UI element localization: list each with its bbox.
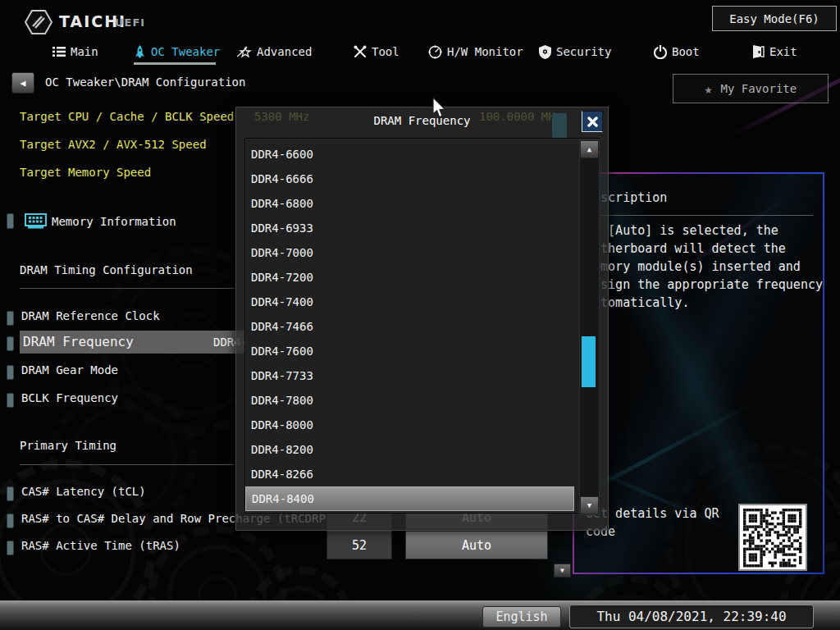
row-marker (7, 213, 14, 229)
target-cpu-speed-label: Target CPU / Cache / BCLK Speed (20, 110, 234, 123)
star-icon: ★ (705, 81, 713, 97)
option-ddr4-8200[interactable]: DDR4-8200 (245, 437, 574, 462)
list-icon (52, 46, 66, 57)
row-marker (7, 311, 14, 326)
row-marker (7, 514, 14, 528)
easy-mode-button[interactable]: Easy Mode(F6) (712, 6, 837, 31)
gauge-icon (428, 45, 442, 59)
breadcrumb: OC Tweaker\DRAM Configuration (45, 75, 245, 89)
close-button[interactable] (582, 111, 603, 132)
tab-hw-monitor[interactable]: H/W Monitor (428, 43, 523, 61)
scroll-down-icon: ▼ (587, 501, 591, 509)
option-ddr4-7200[interactable]: DDR4-7200 (245, 265, 574, 290)
menu-item-dram-gear-mode[interactable]: DRAM Gear Mode (21, 363, 118, 377)
tab-label: OC Tweaker (151, 45, 220, 58)
modal-scrollbar[interactable]: ▲ ▼ (579, 139, 600, 515)
tab-main[interactable]: Main (52, 43, 98, 61)
tab-tool[interactable]: Tool (354, 43, 399, 61)
qr-code (738, 504, 807, 571)
shield-icon (539, 45, 551, 59)
row-marker (7, 393, 14, 408)
dram-frequency-label: DRAM Frequency (23, 331, 134, 354)
taichi-logo-icon (25, 9, 52, 35)
menu-item-bclk-frequency[interactable]: BCLK Frequency (21, 391, 118, 404)
datetime-display: Thu 04/08/2021, 22:39:40 (569, 605, 814, 628)
dram-frequency-dialog: DRAM Frequency DDR4-6600 DDR4-6666 DDR4-… (235, 107, 609, 531)
tab-security[interactable]: Security (539, 43, 611, 61)
active-tab-underline (134, 62, 216, 65)
back-button[interactable]: ◀ (11, 72, 34, 94)
option-ddr4-7733[interactable]: DDR4-7733 (245, 363, 574, 388)
row-marker (7, 365, 14, 380)
tab-exit[interactable]: Exit (752, 43, 797, 61)
tab-label: H/W Monitor (447, 45, 523, 58)
section-primary-timing: Primary Timing (20, 439, 116, 452)
tab-boot[interactable]: Boot (654, 43, 700, 61)
page-scroll-down-button[interactable]: ▼ (554, 564, 571, 578)
tab-oc-tweaker[interactable]: OC Tweaker (134, 43, 220, 61)
option-ddr4-8266[interactable]: DDR4-8266 (245, 462, 574, 486)
target-memory-speed-label: Target Memory Speed (20, 166, 151, 179)
star-plane-icon (237, 46, 252, 58)
tab-label: Boot (672, 45, 700, 58)
option-ddr4-6600[interactable]: DDR4-6600 (245, 142, 574, 167)
scrollbar-down-button[interactable]: ▼ (580, 496, 599, 514)
option-ddr4-6800[interactable]: DDR4-6800 (245, 191, 574, 216)
row-marker (7, 541, 14, 555)
tab-label: Advanced (257, 45, 312, 58)
option-ddr4-6933[interactable]: DDR4-6933 (245, 216, 574, 240)
dialog-title: DRAM Frequency (236, 114, 608, 127)
my-favorite-button[interactable]: ★ My Favorite (673, 74, 829, 103)
option-ddr4-7000[interactable]: DDR4-7000 (245, 240, 574, 265)
section-dram-timing-configuration: DRAM Timing Configuration (20, 263, 193, 276)
frequency-option-list: DDR4-6600 DDR4-6666 DDR4-6800 DDR4-6933 … (244, 138, 600, 514)
scrollbar-up-button[interactable]: ▲ (580, 140, 599, 158)
option-ddr4-7600[interactable]: DDR4-7600 (245, 339, 574, 363)
exit-door-icon (752, 45, 765, 58)
menu-item-ras-active-time[interactable]: RAS# Active Time (tRAS) (21, 539, 180, 552)
tras-value-field[interactable]: 52 (326, 531, 392, 559)
language-button[interactable]: English (482, 606, 561, 628)
row-marker (7, 336, 14, 351)
description-body: If [Auto] is selected, the motherboard w… (586, 221, 825, 312)
tab-label: Exit (769, 45, 797, 58)
brand-subtitle: UEFI (115, 16, 145, 29)
my-favorite-label: My Favorite (720, 82, 797, 95)
option-ddr4-7800[interactable]: DDR4-7800 (245, 388, 574, 413)
option-ddr4-8400-selected[interactable]: DDR4-8400 (245, 486, 574, 511)
tras-mode-field[interactable]: Auto (405, 531, 548, 559)
rocket-icon (134, 45, 146, 59)
menu-item-memory-information[interactable]: Memory Information (52, 215, 176, 228)
tab-label: Security (556, 45, 611, 58)
scroll-down-icon: ▼ (560, 567, 564, 574)
option-ddr4-7466[interactable]: DDR4-7466 (245, 314, 574, 339)
tab-advanced[interactable]: Advanced (237, 43, 312, 61)
gear-decor (49, 386, 197, 533)
wrench-icon (354, 45, 367, 58)
back-arrow-icon: ◀ (21, 78, 26, 89)
divider (586, 215, 813, 216)
scrollbar-thumb[interactable] (582, 336, 596, 387)
description-panel: Description If [Auto] is selected, the m… (573, 172, 824, 574)
menu-item-cas-latency[interactable]: CAS# Latency (tCL) (21, 485, 146, 498)
power-icon (654, 45, 667, 59)
row-marker (7, 486, 14, 501)
scroll-up-icon: ▲ (587, 145, 591, 153)
tab-label: Main (71, 45, 98, 58)
option-ddr4-6666[interactable]: DDR4-6666 (245, 167, 574, 191)
tab-label: Tool (372, 45, 399, 58)
option-ddr4-8000[interactable]: DDR4-8000 (245, 413, 574, 437)
memory-icon (25, 213, 47, 230)
divider (20, 288, 235, 289)
divider (20, 464, 235, 465)
menu-item-dram-reference-clock[interactable]: DRAM Reference Clock (21, 309, 160, 322)
option-ddr4-7400[interactable]: DDR4-7400 (245, 290, 574, 314)
close-icon (587, 116, 598, 127)
target-avx-speed-label: Target AVX2 / AVX-512 Speed (20, 138, 207, 151)
mouse-cursor (432, 98, 446, 119)
